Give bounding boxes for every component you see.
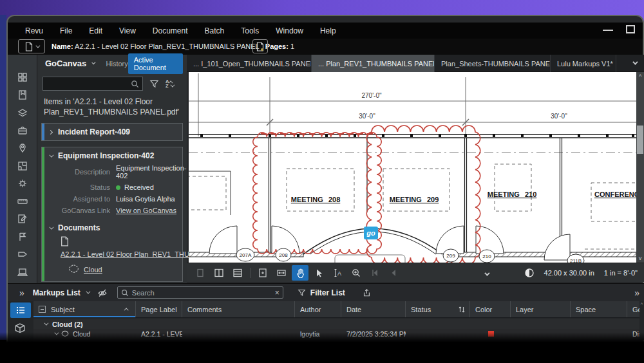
markups-scrollbar[interactable]: ^ bbox=[639, 301, 644, 340]
menu-file[interactable]: File bbox=[52, 26, 80, 35]
menu-batch[interactable]: Batch bbox=[196, 26, 233, 35]
markups-group-row-cloud[interactable]: Cloud (2) bbox=[33, 319, 644, 329]
column-header-comments[interactable]: Comments bbox=[182, 301, 295, 317]
thumbnails-panel-icon[interactable] bbox=[17, 71, 28, 83]
column-header-page-label[interactable]: Page Label bbox=[136, 301, 182, 317]
card-title: Incident Report-409 bbox=[58, 127, 130, 136]
documents-title: Documents bbox=[58, 223, 100, 232]
column-header-date[interactable]: Date bbox=[341, 301, 406, 317]
new-page-button[interactable] bbox=[252, 39, 268, 53]
column-header-layer[interactable]: Layer bbox=[511, 301, 571, 317]
card-equipment-inspection[interactable]: Equipment Inspection-402 DescriptionEqui… bbox=[41, 147, 183, 282]
split-view-button[interactable] bbox=[229, 265, 246, 281]
column-header-space[interactable]: Space bbox=[571, 301, 627, 317]
contrast-icon[interactable] bbox=[524, 268, 535, 278]
svg-text:207A: 207A bbox=[240, 252, 252, 258]
markup-summary-panel-icon[interactable] bbox=[17, 213, 28, 225]
zoom-tool-button[interactable] bbox=[348, 265, 365, 281]
column-header-subject[interactable]: Subject bbox=[33, 301, 136, 317]
properties-gear-panel-icon[interactable] bbox=[17, 178, 28, 189]
svg-text:211B: 211B bbox=[570, 258, 582, 263]
tab-document-1[interactable]: ... I_101_Open_THUMBNAILS PANEL bbox=[187, 55, 312, 72]
device-panel-icon[interactable] bbox=[17, 266, 28, 278]
maximize-button[interactable] bbox=[626, 25, 635, 33]
document-link[interactable]: A2.2.1 - Level 02 Floor Plan_REV1_THUMBN… bbox=[61, 250, 193, 258]
tab-document-3[interactable]: Plan_Sheets-THUMBNAILS PANEL bbox=[435, 55, 551, 72]
menu-window[interactable]: Window bbox=[267, 26, 312, 35]
select-all-checkbox[interactable] bbox=[39, 306, 46, 313]
tab-list-dropdown[interactable] bbox=[616, 55, 644, 71]
side-by-side-view-button[interactable] bbox=[211, 265, 227, 281]
signatures-flag-panel-icon[interactable] bbox=[17, 231, 28, 243]
sort-az-icon[interactable]: A Z bbox=[166, 79, 173, 89]
tab-active-document[interactable]: Active Document bbox=[128, 53, 183, 74]
color-swatch[interactable] bbox=[488, 331, 494, 337]
column-header-color[interactable]: Color bbox=[470, 301, 511, 317]
markups-search-input[interactable] bbox=[132, 289, 272, 297]
menu-view[interactable]: View bbox=[111, 26, 144, 35]
fit-page-button[interactable] bbox=[254, 265, 271, 281]
expand-panel-icon[interactable]: » bbox=[19, 288, 24, 298]
markups-row-cloud[interactable]: Cloud A2.2.1 - LEVE... lgoytia 7/2/2025 … bbox=[33, 329, 644, 339]
layers-panel-icon[interactable] bbox=[17, 107, 28, 118]
scroll-up-icon[interactable]: ^ bbox=[636, 73, 644, 80]
chevron-down-icon[interactable] bbox=[54, 331, 59, 335]
toolbar-more-dropdown[interactable] bbox=[484, 267, 488, 279]
bookmarks-panel-icon[interactable] bbox=[17, 89, 28, 101]
markups-list-view-button[interactable] bbox=[10, 302, 31, 318]
chevron-down-icon[interactable] bbox=[92, 60, 97, 65]
3d-model-tree-button[interactable] bbox=[13, 322, 27, 339]
chevron-right-icon[interactable] bbox=[48, 130, 53, 135]
single-page-view-button[interactable] bbox=[192, 265, 209, 281]
pdf-canvas[interactable]: 270'-0" 30'-0" 30'-0" bbox=[189, 72, 636, 263]
pan-tool-button[interactable] bbox=[292, 265, 308, 281]
filter-icon[interactable] bbox=[149, 79, 159, 88]
room-label-209: MEETING 209 bbox=[390, 196, 439, 203]
spaces-pin-panel-icon[interactable] bbox=[17, 142, 28, 154]
minimize-button[interactable] bbox=[603, 30, 613, 31]
menu-edit[interactable]: Edit bbox=[80, 26, 111, 35]
hide-markups-eye-slash-icon[interactable] bbox=[97, 288, 108, 297]
previous-page-button[interactable] bbox=[385, 265, 402, 281]
card-incident-report[interactable]: Incident Report-409 bbox=[41, 123, 183, 141]
menu-revu[interactable]: Revu bbox=[17, 26, 52, 35]
tab-document-4[interactable]: Lulu Markups V1* bbox=[551, 55, 616, 72]
filter-list-button[interactable]: Filter List bbox=[298, 288, 345, 297]
select-tool-button[interactable] bbox=[310, 265, 327, 281]
cloud-link[interactable]: Cloud bbox=[84, 266, 102, 274]
group-subject: Cloud (2) bbox=[52, 321, 83, 328]
column-header-status[interactable]: Status bbox=[406, 301, 470, 317]
export-share-icon[interactable] bbox=[362, 288, 371, 297]
gocanvas-panel: GoCanvas History Active Document A Z Ite bbox=[37, 55, 187, 283]
markups-search-box[interactable]: × bbox=[117, 286, 283, 299]
menu-help[interactable]: Help bbox=[312, 26, 345, 35]
chevron-down-icon[interactable] bbox=[44, 321, 48, 326]
chevron-down-icon[interactable] bbox=[49, 153, 53, 157]
gocanvas-marker[interactable]: go bbox=[364, 227, 378, 239]
select-text-button[interactable]: A bbox=[329, 265, 346, 281]
markups-list-title[interactable]: Markups List bbox=[33, 288, 80, 297]
fit-width-button[interactable] bbox=[273, 265, 290, 281]
canvas-scrollbar[interactable]: ^ v bbox=[636, 72, 644, 263]
menu-tools[interactable]: Tools bbox=[232, 26, 267, 35]
scrollbar-thumb[interactable] bbox=[637, 126, 643, 154]
chevron-down-icon[interactable] bbox=[49, 225, 53, 229]
tab-document-2-active[interactable]: ... Plan_REV1_THUMBNAILS PANEL* × bbox=[312, 55, 435, 72]
view-on-gocanvas-link[interactable]: View on GoCanvas bbox=[116, 207, 176, 214]
status-filter-icon[interactable] bbox=[458, 306, 466, 313]
menu-document[interactable]: Document bbox=[144, 26, 196, 35]
clear-search-icon[interactable]: × bbox=[275, 288, 279, 297]
document-menu-button[interactable] bbox=[18, 39, 45, 53]
tab-history[interactable]: History bbox=[106, 60, 128, 68]
collapse-panel-icon[interactable]: » bbox=[634, 288, 644, 298]
column-header-author[interactable]: Author bbox=[295, 301, 341, 317]
floorplan-panel-icon[interactable] bbox=[17, 160, 28, 172]
measurements-ruler-panel-icon[interactable] bbox=[17, 196, 28, 207]
chevron-down-icon[interactable] bbox=[86, 290, 90, 294]
first-page-button[interactable] bbox=[366, 265, 383, 281]
tag-panel-icon[interactable] bbox=[17, 248, 28, 260]
tool-chest-panel-icon[interactable] bbox=[17, 125, 28, 136]
sort-ascending-icon[interactable] bbox=[124, 308, 129, 312]
gocanvas-search-input[interactable] bbox=[43, 77, 143, 91]
scroll-down-icon[interactable]: v bbox=[636, 254, 644, 262]
